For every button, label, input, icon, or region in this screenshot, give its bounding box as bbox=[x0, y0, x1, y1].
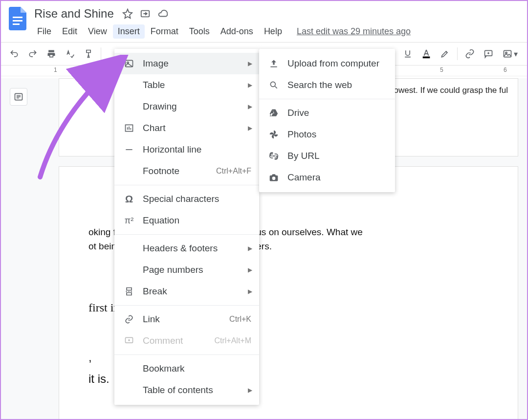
submenu-camera[interactable]: Camera bbox=[259, 167, 395, 188]
shortcut-text: Ctrl+Alt+F bbox=[216, 167, 251, 176]
menu-format[interactable]: Format bbox=[146, 24, 183, 39]
image-submenu-dropdown: Upload from computer Search the web Driv… bbox=[259, 49, 395, 192]
menu-item-image[interactable]: Image ▶ bbox=[114, 53, 259, 74]
menu-separator bbox=[114, 305, 259, 306]
submenu-arrow-icon: ▶ bbox=[248, 125, 252, 132]
menu-view[interactable]: View bbox=[83, 24, 112, 39]
menu-separator bbox=[114, 354, 259, 355]
title-area: Rise and Shine File Edit View Insert For… bbox=[32, 5, 411, 39]
link-icon bbox=[123, 314, 135, 324]
toolbar-separator bbox=[457, 47, 458, 60]
submenu-arrow-icon: ▶ bbox=[248, 60, 252, 67]
submenu-drive[interactable]: Drive bbox=[259, 102, 395, 124]
submenu-upload-from-computer[interactable]: Upload from computer bbox=[259, 53, 395, 74]
undo-button[interactable] bbox=[6, 45, 22, 62]
svg-rect-6 bbox=[504, 50, 511, 57]
menu-item-link[interactable]: Link Ctrl+K bbox=[114, 309, 259, 330]
upload-icon bbox=[268, 59, 280, 68]
menu-edit[interactable]: Edit bbox=[57, 24, 82, 39]
menu-label: Headers & footers bbox=[143, 243, 218, 254]
image-icon bbox=[123, 59, 135, 68]
menu-label: Drawing bbox=[143, 101, 177, 112]
menu-item-horizontal-line[interactable]: Horizontal line bbox=[114, 139, 259, 160]
menu-file[interactable]: File bbox=[32, 24, 56, 39]
drive-icon bbox=[268, 108, 280, 118]
menu-label: Comment bbox=[143, 335, 183, 346]
header: Rise and Shine File Edit View Insert For… bbox=[1, 1, 527, 39]
link-icon bbox=[268, 151, 280, 161]
svg-rect-1 bbox=[13, 20, 22, 22]
submenu-photos[interactable]: Photos bbox=[259, 124, 395, 145]
submenu-by-url[interactable]: By URL bbox=[259, 145, 395, 167]
comment-icon bbox=[123, 336, 135, 346]
menu-item-break[interactable]: Break ▶ bbox=[114, 281, 259, 302]
shortcut-text: Ctrl+K bbox=[229, 315, 251, 324]
spellcheck-button[interactable] bbox=[62, 45, 78, 62]
print-button[interactable] bbox=[43, 45, 60, 62]
menu-item-footnote[interactable]: Footnote Ctrl+Alt+F bbox=[114, 160, 259, 182]
menu-item-headers-footers[interactable]: Headers & footers ▶ bbox=[114, 238, 259, 259]
text-color-button[interactable] bbox=[418, 45, 435, 62]
insert-image-button[interactable]: ▾ bbox=[499, 45, 521, 62]
docs-logo-icon[interactable] bbox=[7, 5, 28, 32]
ruler-mark: 5 bbox=[440, 66, 443, 73]
pi-icon: π² bbox=[123, 216, 135, 226]
menu-label: Equation bbox=[143, 215, 179, 226]
svg-rect-2 bbox=[13, 23, 20, 25]
menu-label: Upload from computer bbox=[287, 58, 379, 69]
menu-item-chart[interactable]: Chart ▶ bbox=[114, 117, 259, 139]
move-icon[interactable] bbox=[139, 8, 151, 20]
paint-format-button[interactable] bbox=[80, 45, 97, 62]
menu-label: Bookmark bbox=[143, 363, 185, 374]
menu-label: Horizontal line bbox=[143, 144, 201, 155]
chart-icon bbox=[123, 123, 135, 133]
submenu-arrow-icon: ▶ bbox=[248, 387, 252, 394]
menu-insert[interactable]: Insert bbox=[113, 24, 145, 39]
menu-label: Special characters bbox=[143, 194, 219, 204]
submenu-arrow-icon: ▶ bbox=[248, 82, 252, 88]
body-text: , bbox=[88, 351, 92, 364]
star-icon[interactable] bbox=[122, 8, 133, 20]
menu-item-bookmark[interactable]: Bookmark bbox=[114, 358, 259, 379]
body-text: it is. bbox=[88, 372, 110, 385]
menu-item-comment: Comment Ctrl+Alt+M bbox=[114, 330, 259, 352]
cloud-status-icon[interactable] bbox=[157, 8, 169, 20]
menu-label: Table of contents bbox=[143, 385, 213, 396]
submenu-arrow-icon: ▶ bbox=[248, 266, 252, 273]
search-icon bbox=[268, 80, 280, 90]
camera-icon bbox=[268, 173, 280, 182]
menu-item-drawing[interactable]: Drawing ▶ bbox=[114, 96, 259, 117]
menu-tools[interactable]: Tools bbox=[184, 24, 215, 39]
ruler-mark: 6 bbox=[504, 66, 507, 73]
svg-rect-4 bbox=[423, 57, 430, 59]
menu-label: Photos bbox=[287, 129, 316, 140]
highlight-button[interactable] bbox=[437, 45, 453, 62]
menu-help[interactable]: Help bbox=[259, 24, 287, 39]
menu-separator bbox=[114, 185, 259, 185]
menu-item-table[interactable]: Table ▶ bbox=[114, 74, 259, 96]
menu-item-page-numbers[interactable]: Page numbers ▶ bbox=[114, 259, 259, 281]
svg-rect-0 bbox=[13, 17, 22, 18]
submenu-arrow-icon: ▶ bbox=[248, 288, 252, 295]
last-edit-link[interactable]: Last edit was 29 minutes ago bbox=[297, 26, 411, 37]
menu-item-equation[interactable]: π² Equation bbox=[114, 210, 259, 231]
submenu-search-the-web[interactable]: Search the web bbox=[259, 74, 395, 96]
add-comment-button[interactable] bbox=[480, 45, 497, 62]
insert-link-button[interactable] bbox=[462, 45, 478, 62]
menu-item-table-of-contents[interactable]: Table of contents ▶ bbox=[114, 379, 259, 401]
menu-addons[interactable]: Add-ons bbox=[216, 24, 258, 39]
menu-label: Footnote bbox=[143, 166, 179, 177]
underline-button[interactable] bbox=[399, 45, 416, 62]
redo-button[interactable] bbox=[24, 45, 41, 62]
menu-label: By URL bbox=[287, 151, 319, 161]
document-title[interactable]: Rise and Shine bbox=[32, 6, 116, 22]
submenu-arrow-icon: ▶ bbox=[248, 245, 252, 252]
menu-bar: File Edit View Insert Format Tools Add-o… bbox=[32, 23, 411, 39]
menu-item-special-characters[interactable]: Ω Special characters bbox=[114, 188, 259, 210]
menu-label: Chart bbox=[143, 123, 165, 133]
menu-separator bbox=[259, 99, 395, 99]
outline-toggle-icon[interactable] bbox=[10, 88, 27, 106]
menu-separator bbox=[114, 234, 259, 235]
page-break-icon bbox=[123, 287, 135, 296]
horizontal-line-icon bbox=[123, 145, 135, 155]
